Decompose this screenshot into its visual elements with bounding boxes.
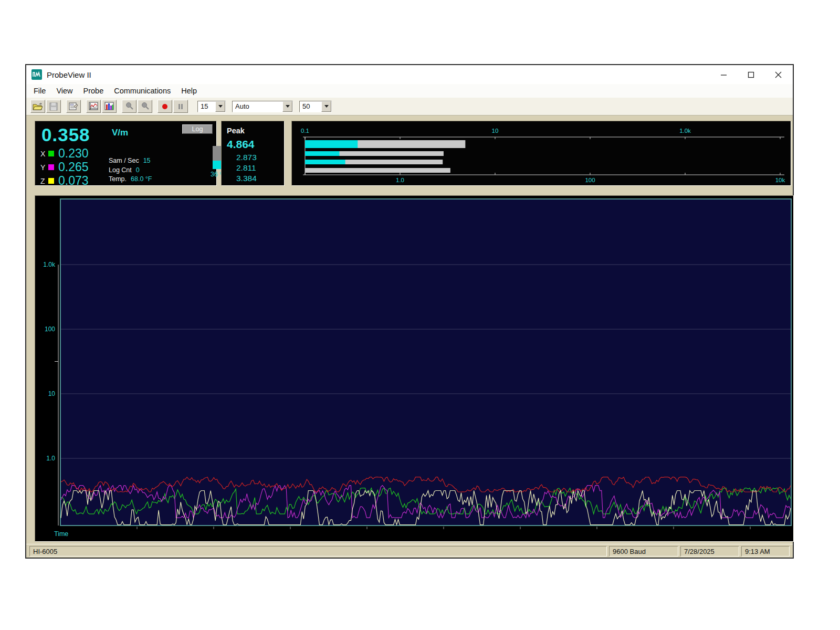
properties-button[interactable] [66,100,81,113]
peak-z-value: 3.384 [236,174,257,183]
peak-panel: Peak 4.864 2.873 2.811 3.384 [221,121,285,186]
log-count-row: Log Cnt0 [109,166,140,174]
z-axis-label: Z [40,177,48,185]
minimize-icon [720,71,727,78]
minimize-button[interactable] [710,65,737,84]
zoom-out-button[interactable] [138,100,152,113]
sample-rate-value: 15 [198,102,215,110]
y-axis-row: Y 0.265 [40,160,89,174]
samples-per-sec-label: Sam / Sec [109,157,139,164]
status-bar: HI-6005 9600 Baud 7/28/2025 9:13 AM [26,544,793,558]
readings-panel: 0.358 V/m Log X 0.230 Y 0.265 Z 0.073 Sa… [35,121,217,186]
svg-text:0.1: 0.1 [301,128,309,134]
log-count-value: 0 [136,166,140,174]
total-field-reading: 0.358 [41,124,90,145]
app-window: ProbeView II File View Probe Communicati… [25,64,794,559]
points-dropdown[interactable]: 50 [299,101,332,112]
open-folder-icon [33,102,43,111]
temperature-value: 68.0 °F [131,175,152,183]
app-logo-icon [32,69,42,80]
x-axis-value: 0.230 [58,146,89,161]
status-date: 7/28/2025 [680,546,739,556]
bar-graph-panel: 0.1101.0k1.010010k [291,121,791,186]
properties-icon [69,102,78,111]
menu-bar: File View Probe Communications Help [26,84,793,98]
chevron-down-icon[interactable] [215,101,225,112]
status-probe-model: HI-6005 [29,546,607,556]
record-button[interactable] [158,100,172,113]
save-button[interactable] [46,100,61,113]
z-axis-row: Z 0.073 [40,174,89,188]
maximize-icon [748,71,754,78]
z-axis-value: 0.073 [58,174,89,188]
level-bar-chart: 0.1101.0k1.010010k [292,121,791,185]
svg-text:Time: Time [54,530,68,538]
sample-rate-dropdown[interactable]: 15 [197,101,226,112]
line-chart-view-button[interactable] [86,100,101,113]
svg-text:100: 100 [45,326,55,333]
time-chart: 1.0k100101.0Time [35,196,793,541]
svg-text:1.0k: 1.0k [679,128,691,134]
bar-chart-icon [104,102,114,111]
samples-per-sec-value: 15 [143,157,151,164]
points-value: 50 [300,102,321,110]
menu-help[interactable]: Help [176,87,202,95]
maximize-button[interactable] [737,65,764,84]
samples-per-sec-row: Sam / Sec15 [109,157,151,164]
svg-text:10: 10 [48,390,56,397]
zoom-in-button[interactable] [122,100,136,113]
zoom-in-icon [125,102,134,111]
title-bar[interactable]: ProbeView II [26,65,793,84]
status-time: 9:13 AM [741,546,790,556]
temperature-row: Temp.68.0 °F [109,175,152,183]
toolbar: 15 Auto 50 [26,98,793,116]
range-dropdown[interactable]: Auto [232,101,293,112]
menu-view[interactable]: View [51,87,78,95]
unit-label: V/m [112,128,128,138]
chevron-down-icon[interactable] [282,101,292,112]
pause-icon [177,103,184,110]
peak-resultant-value: 4.864 [227,138,255,151]
save-icon [49,102,58,111]
close-button[interactable] [764,65,792,84]
line-chart-icon [89,102,98,111]
open-button[interactable] [30,100,45,113]
menu-communications[interactable]: Communications [109,87,176,95]
peak-title: Peak [227,127,245,135]
record-icon [161,103,169,110]
zoom-out-icon [141,102,150,111]
range-value: Auto [233,102,282,110]
bar-chart-view-button[interactable] [102,100,117,113]
y-axis-value: 0.265 [58,160,89,174]
x-axis-color-swatch [48,151,54,156]
chevron-down-icon[interactable] [321,101,331,112]
x-axis-label: X [40,150,48,158]
svg-text:1.0: 1.0 [396,177,404,183]
pause-button[interactable] [173,100,188,113]
close-icon [775,71,782,78]
svg-text:1.0k: 1.0k [43,261,56,268]
svg-text:10k: 10k [775,177,785,183]
window-title: ProbeView II [47,70,91,79]
svg-text:10: 10 [492,128,499,134]
x-axis-row: X 0.230 [40,146,89,161]
peak-x-value: 2.873 [236,153,257,162]
time-chart-panel: 1.0k100101.0Time [35,195,794,542]
svg-text:100: 100 [585,177,595,183]
z-axis-color-swatch [48,178,54,184]
menu-file[interactable]: File [26,87,51,95]
y-axis-color-swatch [48,164,54,170]
svg-text:1.0: 1.0 [46,455,55,462]
menu-probe[interactable]: Probe [78,87,109,95]
screen: ProbeView II File View Probe Communicati… [0,0,840,630]
status-baud-rate: 9600 Baud [609,546,678,556]
log-count-label: Log Cnt [109,166,132,174]
y-axis-label: Y [40,163,48,172]
temperature-label: Temp. [109,175,127,183]
log-button[interactable]: Log [182,124,213,134]
peak-y-value: 2.811 [236,163,256,173]
